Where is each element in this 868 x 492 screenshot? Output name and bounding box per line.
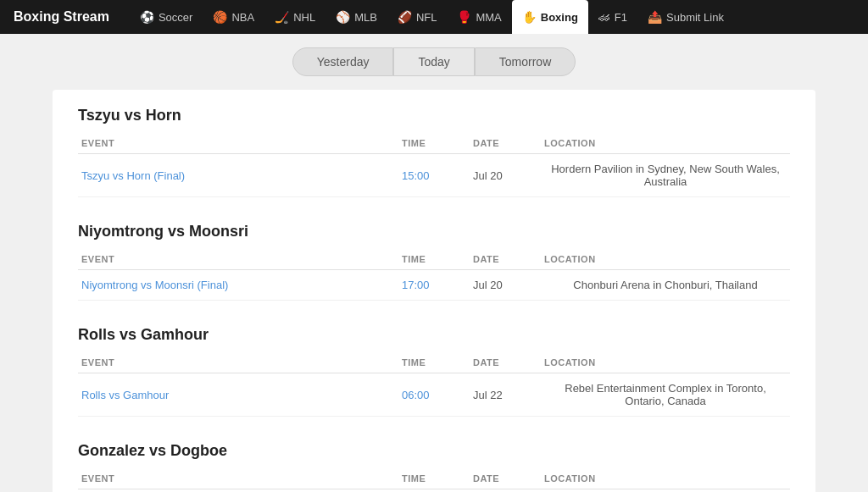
nav-label: Submit Link [666, 11, 724, 24]
col-header-event: EVENT [78, 133, 398, 154]
col-header-event: EVENT [78, 249, 398, 270]
event-table-1: EVENTTIMEDATELOCATIONNiyomtrong vs Moons… [78, 249, 790, 301]
col-header-date: DATE [470, 468, 541, 489]
nhl-icon: 🏒 [275, 10, 289, 24]
filter-btn-yesterday[interactable]: Yesterday [292, 47, 394, 76]
col-header-date: DATE [470, 249, 541, 270]
f1-icon: 🏎 [598, 10, 610, 24]
col-header-location: LOCATION [541, 352, 790, 373]
time-cell: 17:00 [398, 270, 470, 301]
col-header-event: EVENT [78, 468, 398, 489]
navigation: Boxing Stream ⚽Soccer🏀NBA🏒NHL⚾MLB🏈NFL🥊MM… [0, 0, 868, 34]
nav-item-mma[interactable]: 🥊MMA [447, 0, 511, 34]
boxing-icon: ✋ [522, 10, 537, 24]
col-header-date: DATE [470, 352, 541, 373]
nav-item-nhl[interactable]: 🏒NHL [264, 0, 326, 34]
section-title-2: Rolls vs Gamhour [78, 326, 790, 344]
nav-item-soccer[interactable]: ⚽Soccer [130, 0, 203, 34]
event-link[interactable]: Niyomtrong vs Moonsri (Final) [81, 279, 228, 291]
col-header-location: LOCATION [541, 133, 790, 154]
nav-label: Soccer [159, 11, 192, 24]
col-header-location: LOCATION [541, 249, 790, 270]
col-header-date: DATE [470, 133, 541, 154]
time-cell: 06:00 [398, 373, 470, 417]
nav-item-nba[interactable]: 🏀NBA [203, 0, 264, 34]
event-link[interactable]: Rolls vs Gamhour [81, 389, 169, 401]
nav-label: F1 [615, 11, 627, 24]
brand-logo: Boxing Stream [14, 9, 109, 25]
nav-items: ⚽Soccer🏀NBA🏒NHL⚾MLB🏈NFL🥊MMA✋Boxing🏎F1📤Su… [130, 0, 734, 34]
section-title-3: Gonzalez vs Dogboe [78, 442, 790, 460]
event-cell: Rolls vs Gamhour [78, 373, 398, 417]
col-header-time: TIME [398, 468, 470, 489]
section-3: Gonzalez vs DogboeEVENTTIMEDATELOCATIONG… [78, 442, 790, 492]
table-row: Rolls vs Gamhour06:00Jul 22Rebel Enterta… [78, 373, 790, 417]
filter-bar: YesterdayTodayTomorrow [0, 34, 868, 90]
table-row: Tszyu vs Horn (Final)15:00Jul 20Hordern … [78, 154, 790, 197]
nav-item-submit-link[interactable]: 📤Submit Link [637, 0, 734, 34]
event-cell: Gonzalez vs Dogboe [78, 489, 398, 493]
col-header-event: EVENT [78, 352, 398, 373]
nav-label: NBA [231, 11, 254, 24]
mlb-icon: ⚾ [336, 10, 350, 24]
event-table-0: EVENTTIMEDATELOCATIONTszyu vs Horn (Fina… [78, 133, 790, 197]
time-cell: 15:00 [398, 154, 470, 197]
nav-label: Boxing [541, 11, 578, 24]
date-cell: Jul 24 [470, 489, 541, 493]
col-header-time: TIME [398, 133, 470, 154]
event-cell: Niyomtrong vs Moonsri (Final) [78, 270, 398, 301]
nba-icon: 🏀 [213, 10, 227, 24]
nav-item-nfl[interactable]: 🏈NFL [387, 0, 448, 34]
nfl-icon: 🏈 [398, 10, 412, 24]
table-row: Niyomtrong vs Moonsri (Final)17:00Jul 20… [78, 270, 790, 301]
nav-item-boxing[interactable]: ✋Boxing [512, 0, 588, 34]
location-cell: Hordern Pavilion in Sydney, New South Wa… [541, 154, 790, 197]
col-header-location: LOCATION [541, 468, 790, 489]
event-link[interactable]: Tszyu vs Horn (Final) [81, 169, 185, 182]
section-title-1: Niyomtrong vs Moonsri [78, 223, 790, 240]
event-table-2: EVENTTIMEDATELOCATIONRolls vs Gamhour06:… [78, 352, 790, 417]
nav-item-f1[interactable]: 🏎F1 [588, 0, 637, 34]
nav-label: MLB [354, 11, 377, 24]
event-table-3: EVENTTIMEDATELOCATIONGonzalez vs Dogboe0… [78, 468, 790, 492]
submit link-icon: 📤 [648, 10, 662, 24]
soccer-icon: ⚽ [140, 10, 154, 24]
mma-icon: 🥊 [457, 10, 471, 24]
nav-label: NFL [416, 11, 437, 24]
main-content: Tszyu vs HornEVENTTIMEDATELOCATIONTszyu … [53, 90, 815, 492]
section-0: Tszyu vs HornEVENTTIMEDATELOCATIONTszyu … [78, 107, 790, 197]
section-2: Rolls vs GamhourEVENTTIMEDATELOCATIONRol… [78, 326, 790, 417]
section-1: Niyomtrong vs MoonsriEVENTTIMEDATELOCATI… [78, 223, 790, 301]
event-cell: Tszyu vs Horn (Final) [78, 154, 398, 197]
location-cell: Rebel Entertainment Complex in Toronto, … [541, 373, 790, 417]
date-cell: Jul 20 [470, 154, 541, 197]
time-cell: 09:00 [398, 489, 470, 493]
location-cell: Grand Casino in Hinckley, Minnesota, USA [541, 489, 790, 493]
section-title-0: Tszyu vs Horn [78, 107, 790, 124]
filter-btn-today[interactable]: Today [393, 47, 474, 76]
nav-label: NHL [293, 11, 315, 24]
col-header-time: TIME [398, 249, 470, 270]
location-cell: Chonburi Arena in Chonburi, Thailand [541, 270, 790, 301]
nav-item-mlb[interactable]: ⚾MLB [326, 0, 387, 34]
filter-btn-tomorrow[interactable]: Tomorrow [475, 47, 576, 76]
nav-label: MMA [476, 11, 501, 24]
col-header-time: TIME [398, 352, 470, 373]
date-cell: Jul 22 [470, 373, 541, 417]
date-cell: Jul 20 [470, 270, 541, 301]
table-row: Gonzalez vs Dogboe09:00Jul 24Grand Casin… [78, 489, 790, 493]
